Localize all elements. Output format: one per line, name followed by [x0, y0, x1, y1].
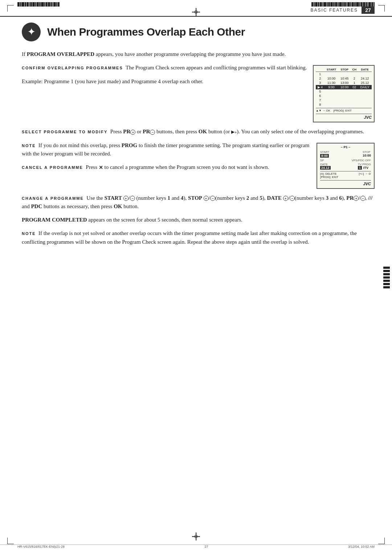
confirm-section: CONFIRM OVERLAPPING PROGRAMMES The Progr… [22, 64, 375, 122]
cross-icon: ✕ [99, 164, 103, 172]
screen-bottom-bar: ▲▼ → OK [PROG]: EXIT [316, 108, 372, 112]
plus-icon-4: + [354, 196, 359, 201]
plus-icon-1: + [123, 196, 128, 201]
table-row: 6 [316, 94, 372, 98]
tvprog-label: TV PROG [358, 163, 371, 166]
table-row-highlight: ▶ 4 9:00 10:00 02 DAILY [316, 85, 372, 89]
minus-icon-2: − [210, 196, 215, 201]
forward-icon: ▶» [231, 130, 237, 135]
note-label-1: NOTE [22, 143, 36, 148]
program-table: START STOP CH DATE 1 2 [316, 68, 372, 107]
crop-mark-top-right [378, 5, 385, 12]
col-date: DATE [358, 68, 372, 72]
plus-circle-icon: + [130, 130, 135, 135]
minus-circle-icon: − [150, 130, 155, 135]
date-label-inline: DATE [267, 195, 282, 201]
tvprog-number: 1 [358, 166, 362, 170]
start-label-inline: START [105, 195, 122, 201]
section-label: BASIC FEATURES [311, 8, 358, 13]
ch-value: ITV [363, 166, 368, 170]
screen2-title: – P1 – [320, 145, 371, 149]
note1-text: NOTE If you do not mind this overlap, pr… [22, 141, 311, 177]
registration-bottom [192, 532, 200, 542]
ok-label-2: OK [114, 203, 122, 209]
footer-page-num: 27 [205, 545, 208, 548]
note1-paragraph: NOTE If you do not mind this overlap, pr… [22, 141, 311, 158]
crop-mark-top-left [7, 5, 14, 12]
date-block: DATE 24.12 [320, 163, 331, 170]
plus-icon-3: + [283, 196, 288, 201]
screen-mockup-2: – P1 – START 8:00 STOP 10:00 SP VPS/PDC … [317, 143, 375, 189]
pr-plus: PR [123, 129, 130, 134]
row-num: 1 [316, 72, 324, 77]
stop-block: STOP 10:00 [363, 150, 371, 158]
intro-paragraph: If PROGRAM OVERLAPPED appears, you have … [22, 50, 375, 58]
star-icon: ✦ [27, 27, 36, 37]
title-section: ✦ When Programmes Overlap Each Other [22, 23, 375, 41]
registration-top [192, 8, 200, 17]
screen-mockup-1: START STOP CH DATE 1 2 [313, 65, 375, 122]
pr-minus: PR [143, 129, 150, 134]
registration-right [383, 267, 391, 288]
jvc-logo-2: JVC [320, 180, 371, 186]
jvc-logo-1: JVC [316, 114, 372, 119]
minus-icon-1: − [130, 196, 135, 201]
confirm-text: CONFIRM OVERLAPPING PROGRAMMES The Progr… [22, 64, 307, 91]
sp-block: SP [320, 158, 324, 162]
note-label-2: NOTE [22, 231, 36, 236]
col-ch: CH [351, 68, 358, 72]
plus-icon-2: + [204, 196, 209, 201]
keys-1-4: 1 [167, 195, 170, 201]
keys-2-5: 2 [246, 195, 249, 201]
page-title: When Programmes Overlap Each Other [47, 26, 245, 38]
slash-icon: /// [368, 195, 373, 201]
cancel-paragraph: CANCEL A PROGRAMME Press ✕ to cancel a p… [22, 163, 311, 171]
note1-section: NOTE If you do not mind this overlap, pr… [22, 141, 375, 189]
cancel-heading: CANCEL A PROGRAMME [22, 165, 83, 170]
date-value: 24.12 [320, 166, 331, 170]
change-paragraph: CHANGE A PROGRAMME Use the START +/− (nu… [22, 194, 375, 211]
example-paragraph: Example: Programme 1 (you have just made… [22, 77, 307, 86]
keys-3-6: 3 [326, 195, 329, 201]
table-row: 3 11:30 13:00 1 25.12 [316, 81, 372, 85]
table-row: 2 10:00 10:45 2 24.12 [316, 76, 372, 81]
row-arrow: ▶ 4 [316, 85, 324, 89]
page-number: 27 [362, 7, 375, 14]
footer-filename: HR-V615/616/617EK-EN/p21-28 [17, 545, 65, 548]
tvprog-block: TV PROG 1 ITV [358, 163, 371, 170]
ok-label: OK [199, 129, 207, 134]
program-completed-label: PROGRAM COMPLETED [22, 217, 87, 223]
program-completed-paragraph: PROGRAM COMPLETED appears on the screen … [22, 216, 375, 224]
stop-label: STOP [363, 150, 371, 154]
key-5: 5 [260, 195, 262, 201]
change-heading: CHANGE A PROGRAMME [22, 196, 84, 200]
select-paragraph: SELECT PROGRAMME TO MODIFY Press PR+ or … [22, 127, 375, 136]
screen2-bottom: [X]: DELETE[PROG]: EXIT [+/-] → ⊙ [320, 171, 371, 179]
start-label: START [320, 150, 329, 154]
confirm-heading: CONFIRM OVERLAPPING PROGRAMMES [22, 66, 123, 70]
date-label: DATE [320, 163, 331, 166]
col-start: START [324, 68, 339, 72]
key-6: 6 [339, 195, 342, 201]
table-row: 1 [316, 72, 372, 77]
table-row: 8 [316, 102, 372, 107]
minus-icon-3: − [290, 196, 295, 201]
page-footer: HR-V615/616/617EK-EN/p21-28 27 3/12/04, … [0, 544, 392, 548]
key-4: 4 [181, 195, 184, 201]
pdc-label: PDC [31, 203, 42, 209]
prog-label: PROG [122, 142, 137, 148]
confirm-paragraph: CONFIRM OVERLAPPING PROGRAMMES The Progr… [22, 64, 307, 72]
delete-btn: [X]: DELETE[PROG]: EXIT [320, 172, 338, 179]
row-num: 2 [316, 76, 324, 81]
note2-paragraph: NOTE If the overlap is not yet solved or… [22, 229, 375, 246]
vps-label: VPS/PDC OFF [352, 159, 371, 162]
pr-label-inline: PR [346, 195, 354, 201]
start-value: 8:00 [320, 154, 329, 158]
barcode-top-left [17, 2, 60, 7]
row-num: 3 [316, 81, 324, 85]
col-stop: STOP [338, 68, 351, 72]
start-block: START 8:00 [320, 150, 329, 158]
stop-value: 10:00 [363, 154, 371, 157]
crop-mark-bottom-left [7, 538, 14, 544]
plusminus-btn: [+/-] → ⊙ [359, 172, 371, 179]
